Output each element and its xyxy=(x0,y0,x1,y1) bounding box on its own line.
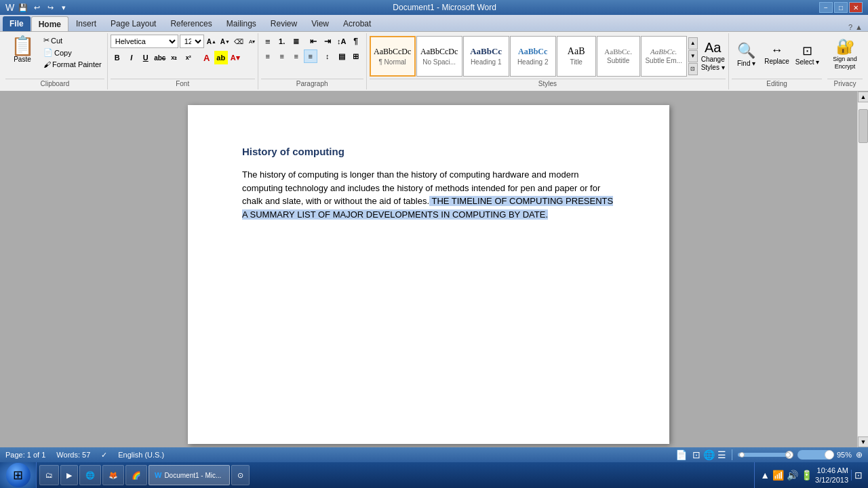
show-formatting-btn[interactable]: ¶ xyxy=(349,35,363,48)
taskbar-media[interactable]: ▶ xyxy=(60,465,78,485)
view-web-btn[interactable]: 🌐 xyxy=(703,449,715,460)
style-heading2[interactable]: AaBbCc Heading 2 xyxy=(510,36,556,77)
vertical-scrollbar[interactable]: ▲ ▼ xyxy=(857,92,868,447)
align-center-btn[interactable]: ≡ xyxy=(275,49,289,63)
style-subtle-em[interactable]: AaBbCc. Subtle Em... xyxy=(641,36,687,77)
align-right-btn[interactable]: ≡ xyxy=(290,49,303,63)
view-fullscreen-btn[interactable]: ⊡ xyxy=(692,449,701,460)
scroll-up-btn[interactable]: ▲ xyxy=(858,92,868,102)
tab-file[interactable]: File xyxy=(3,16,31,31)
document-body[interactable]: The history of computing is longer than … xyxy=(242,168,615,221)
editing-group: 🔍 Find ▾ ↔ Replace ⊡ Select ▾ Editing xyxy=(729,33,825,89)
taskbar-ie[interactable]: 🌐 xyxy=(79,465,101,485)
subscript-button[interactable]: x₂ xyxy=(167,51,181,64)
taskbar-up-arrow[interactable]: ▲ xyxy=(760,470,770,481)
replace-button[interactable]: ↔ Replace xyxy=(762,35,791,74)
minimize-button[interactable]: − xyxy=(819,2,833,13)
taskbar-items: 🗂 ▶ 🌐 🦊 🌈 W Document1 - Mic... ⊙ xyxy=(37,465,754,485)
styles-label: Styles xyxy=(370,79,726,88)
text-color-btn[interactable]: A xyxy=(200,51,214,64)
find-button[interactable]: 🔍 Find ▾ xyxy=(732,35,761,74)
cut-button[interactable]: ✂Cut xyxy=(41,35,104,46)
font-size-select[interactable]: 12.5 xyxy=(180,35,204,48)
tab-review[interactable]: Review xyxy=(264,16,304,31)
taskbar-firefox[interactable]: 🦊 xyxy=(102,465,124,485)
spell-check-icon[interactable]: ✓ xyxy=(101,451,107,460)
sort-btn[interactable]: ↕A xyxy=(335,35,349,48)
align-left-btn[interactable]: ≡ xyxy=(261,49,275,63)
bullet-list-btn[interactable]: ≡ xyxy=(261,35,275,48)
scroll-down-btn[interactable]: ▼ xyxy=(858,436,868,447)
italic-button[interactable]: I xyxy=(125,51,138,64)
ribbon-minimize-btn[interactable]: ▲ xyxy=(855,23,863,31)
style-more-btn[interactable]: ⊡ xyxy=(688,63,698,75)
superscript-button[interactable]: x² xyxy=(182,51,195,64)
tab-acrobat[interactable]: Acrobat xyxy=(336,16,378,31)
style-scroll-up[interactable]: ▲ xyxy=(688,37,698,49)
font-name-select[interactable]: Helvetica xyxy=(111,35,178,48)
bold-button[interactable]: B xyxy=(111,51,124,64)
style-normal[interactable]: AaBbCcDc ¶ Normal xyxy=(370,36,416,77)
show-desktop-btn[interactable]: ⊡ xyxy=(851,470,863,481)
taskbar-chrome[interactable]: 🌈 xyxy=(125,465,147,485)
quick-undo-btn[interactable]: ↩ xyxy=(31,1,43,14)
tab-insert[interactable]: Insert xyxy=(69,16,103,31)
system-clock[interactable]: 10:46 AM 3/12/2013 xyxy=(815,466,848,485)
clipboard-group: 📋 Paste ✂Cut 📄Copy 🖌Format Painter xyxy=(3,33,108,89)
style-scroll: ▲ ▼ ⊡ xyxy=(688,37,698,75)
tab-references[interactable]: References xyxy=(163,16,218,31)
select-button[interactable]: ⊡ Select ▾ xyxy=(793,35,822,74)
taskbar-volume-icon[interactable]: 🔊 xyxy=(787,470,798,481)
justify-btn[interactable]: ≡ xyxy=(304,49,317,63)
copy-button[interactable]: 📄Copy xyxy=(41,47,104,58)
strikethrough-button[interactable]: abc xyxy=(153,51,167,64)
change-styles-button[interactable]: Aa ChangeStyles ▾ xyxy=(699,37,727,76)
quick-redo-btn[interactable]: ↪ xyxy=(44,1,56,14)
taskbar-explorer[interactable]: 🗂 xyxy=(39,465,59,485)
taskbar-word[interactable]: W Document1 - Mic... xyxy=(149,465,230,485)
format-painter-button[interactable]: 🖌Format Painter xyxy=(41,59,104,70)
text-effects-btn[interactable]: A▾ xyxy=(246,35,258,47)
sign-encrypt-button[interactable]: 🔐 Sign andEncrypt xyxy=(827,35,863,74)
clear-format-btn[interactable]: ⌫ xyxy=(233,35,245,47)
multilevel-list-btn[interactable]: ≣ xyxy=(290,35,303,48)
ribbon-help-btn[interactable]: ? xyxy=(848,23,852,31)
zoom-track[interactable] xyxy=(797,450,831,460)
style-heading1[interactable]: AaBbCc Heading 1 xyxy=(463,36,509,77)
line-spacing-btn[interactable]: ↕ xyxy=(321,49,334,63)
decrease-indent-btn[interactable]: ⇤ xyxy=(307,35,320,48)
start-button[interactable]: ⊞ xyxy=(0,462,37,488)
scroll-track[interactable] xyxy=(858,102,868,436)
zoom-in-btn[interactable]: ⊕ xyxy=(856,450,863,460)
borders-btn[interactable]: ⊞ xyxy=(349,49,363,63)
tab-home[interactable]: Home xyxy=(31,16,68,31)
highlight-btn[interactable]: ab xyxy=(214,51,228,64)
close-button[interactable]: ✕ xyxy=(849,2,863,13)
maximize-button[interactable]: □ xyxy=(834,2,848,13)
style-scroll-down[interactable]: ▼ xyxy=(688,50,698,62)
scroll-thumb[interactable] xyxy=(859,109,868,143)
taskbar-network-icon[interactable]: 📶 xyxy=(772,470,784,481)
underline-button[interactable]: U xyxy=(139,51,153,64)
quick-extra-btn[interactable]: ▾ xyxy=(58,1,70,14)
zoom-slider[interactable] xyxy=(738,453,792,457)
font-grow-btn[interactable]: A▲ xyxy=(205,35,218,47)
numbered-list-btn[interactable]: 1. xyxy=(275,35,289,48)
style-no-spacing[interactable]: AaBbCcDc No Spaci... xyxy=(416,36,462,77)
style-subtitle[interactable]: AaBbCc. Subtitle xyxy=(597,36,640,77)
view-outline-btn[interactable]: ☰ xyxy=(717,449,726,460)
font-shrink-btn[interactable]: A▼ xyxy=(219,35,231,47)
tab-view[interactable]: View xyxy=(304,16,336,31)
quick-save-btn[interactable]: 💾 xyxy=(17,1,29,14)
shading-btn[interactable]: ▤ xyxy=(335,49,349,63)
privacy-label: Privacy xyxy=(827,79,863,88)
increase-indent-btn[interactable]: ⇥ xyxy=(321,35,334,48)
style-title[interactable]: AaB Title xyxy=(557,36,596,77)
taskbar-battery-icon[interactable]: 🔋 xyxy=(801,470,812,481)
taskbar-app[interactable]: ⊙ xyxy=(231,465,250,485)
tab-page-layout[interactable]: Page Layout xyxy=(104,16,163,31)
view-print-btn[interactable]: 📄 xyxy=(675,449,687,460)
tab-mailings[interactable]: Mailings xyxy=(220,16,263,31)
paste-button[interactable]: 📋 Paste xyxy=(5,35,39,65)
font-color-btn[interactable]: A▾ xyxy=(229,51,242,64)
